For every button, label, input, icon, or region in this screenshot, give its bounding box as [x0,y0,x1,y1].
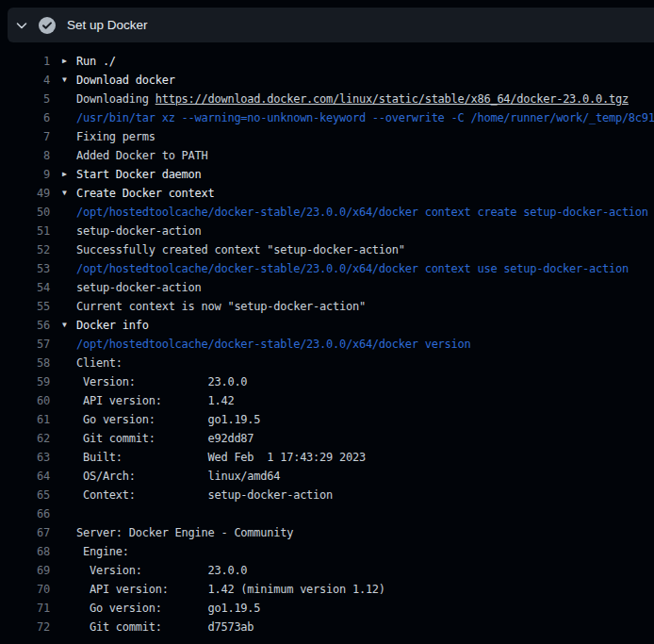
log-group-line[interactable]: 4▼Download docker [0,71,654,90]
log-group-line[interactable]: 56▼Docker info [0,316,654,335]
line-number[interactable]: 1 [0,52,50,71]
line-number[interactable]: 60 [0,391,50,410]
group-collapsed-arrow-icon[interactable]: ▶ [50,165,76,184]
log-command-text: /opt/hostedtoolcache/docker-stable/23.0.… [76,203,654,222]
line-number[interactable]: 69 [0,561,50,580]
gutter [50,523,76,542]
group-expanded-arrow-icon[interactable]: ▼ [50,71,76,90]
log-text: Git commit: d7573ab [76,618,253,636]
gutter [50,580,76,599]
log-line: 64 OS/Arch: linux/amd64 [0,467,654,486]
line-number[interactable]: 52 [0,240,50,259]
gutter [50,127,76,146]
line-number[interactable]: 5 [0,90,50,108]
step-header[interactable]: Set up Docker [8,8,654,42]
group-title: Docker info [76,316,149,335]
line-number[interactable]: 68 [0,542,50,561]
gutter [50,203,76,222]
chevron-down-icon[interactable] [14,18,29,33]
log-url-link[interactable]: https://download.docker.com/linux/static… [155,90,629,108]
line-number[interactable]: 51 [0,222,50,240]
log-text: Version: 23.0.0 [76,372,247,391]
log-line: 53/opt/hostedtoolcache/docker-stable/23.… [0,259,654,278]
log-group-line[interactable]: 1▶Run ./ [0,52,654,71]
log-text: Client: [76,354,123,372]
log-group-line[interactable]: 49▼Create Docker context [0,184,654,203]
gutter [50,391,76,410]
log-line: 7Fixing perms [0,127,654,146]
group-title: Create Docker context [76,184,214,203]
log-text: Server: Docker Engine - Community [76,523,293,542]
log-line: 70 API version: 1.42 (minimum version 1.… [0,580,654,599]
line-number[interactable]: 55 [0,297,50,316]
line-number[interactable]: 50 [0,203,50,222]
line-number[interactable]: 4 [0,71,50,90]
log-container: 1▶Run ./4▼Download docker5Downloading ht… [0,42,654,644]
group-collapsed-arrow-icon[interactable]: ▶ [50,52,76,71]
log-text: API version: 1.42 (minimum version 1.12) [76,580,385,599]
line-number[interactable]: 6 [0,108,50,127]
group-title: Start Docker daemon [76,165,202,184]
line-number[interactable]: 63 [0,448,50,467]
gutter [50,467,76,486]
check-circle-icon [38,16,57,35]
line-number[interactable]: 8 [0,146,50,165]
log-text: setup-docker-action [76,278,202,297]
line-number[interactable]: 72 [0,618,50,636]
line-number[interactable]: 67 [0,523,50,542]
log-text: Go version: go1.19.5 [76,410,260,429]
gutter [50,240,76,259]
group-expanded-arrow-icon[interactable]: ▼ [50,316,76,335]
log-line: 5Downloading https://download.docker.com… [0,90,654,108]
log-command-text: /usr/bin/tar xz --warning=no-unknown-key… [76,108,654,127]
log-text: Version: 23.0.0 [76,561,247,580]
gutter [50,297,76,316]
log-text: Fixing perms [76,127,155,146]
log-line: 60 API version: 1.42 [0,391,654,410]
line-number[interactable]: 7 [0,127,50,146]
line-number[interactable]: 54 [0,278,50,297]
gutter [50,486,76,504]
line-number[interactable]: 58 [0,354,50,372]
gutter [50,599,76,618]
line-number[interactable]: 56 [0,316,50,335]
log-text: Added Docker to PATH [76,146,208,165]
line-number[interactable]: 59 [0,372,50,391]
gutter [50,410,76,429]
line-number[interactable]: 70 [0,580,50,599]
log-line: 72 Git commit: d7573ab [0,618,654,636]
line-number[interactable]: 53 [0,259,50,278]
gutter [50,618,76,636]
gutter [50,561,76,580]
log-line: 57/opt/hostedtoolcache/docker-stable/23.… [0,335,654,354]
log-text: Context: setup-docker-action [76,486,333,504]
line-number[interactable]: 64 [0,467,50,486]
log-command-text: /opt/hostedtoolcache/docker-stable/23.0.… [76,259,629,278]
line-number[interactable]: 66 [0,504,50,523]
log-line: 55Current context is now "setup-docker-a… [0,297,654,316]
log-group-line[interactable]: 9▶Start Docker daemon [0,165,654,184]
line-number[interactable]: 71 [0,599,50,618]
gutter [50,222,76,240]
log-line: 6/usr/bin/tar xz --warning=no-unknown-ke… [0,108,654,127]
log-line: 58Client: [0,354,654,372]
log-text: Go version: go1.19.5 [76,599,260,618]
log-line: 62 Git commit: e92dd87 [0,429,654,448]
line-number[interactable]: 57 [0,335,50,354]
gutter [50,504,76,523]
line-number[interactable]: 65 [0,486,50,504]
log-text: Built: Wed Feb 1 17:43:29 2023 [76,448,366,467]
line-number[interactable]: 9 [0,165,50,184]
log-text: API version: 1.42 [76,391,234,410]
log-text: Engine: [76,542,129,561]
group-expanded-arrow-icon[interactable]: ▼ [50,184,76,203]
gutter [50,354,76,372]
line-number[interactable]: 61 [0,410,50,429]
line-number[interactable]: 62 [0,429,50,448]
log-line: 68 Engine: [0,542,654,561]
gutter [50,90,76,108]
line-number[interactable]: 49 [0,184,50,203]
log-text: setup-docker-action [76,222,202,240]
log-text: OS/Arch: linux/amd64 [76,467,280,486]
gutter [50,429,76,448]
